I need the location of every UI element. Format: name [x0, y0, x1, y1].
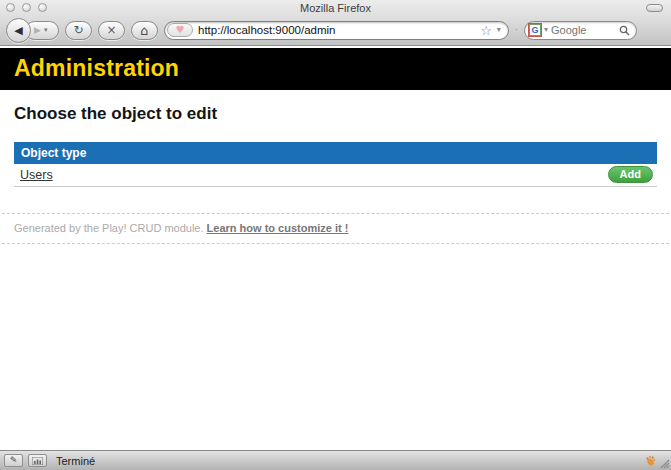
status-text: Terminé: [56, 455, 95, 467]
home-icon: ⌂: [140, 24, 148, 37]
toolbar-toggle-pill-button[interactable]: [646, 4, 663, 12]
addon-pencil-button[interactable]: ✎: [4, 454, 23, 467]
browser-window: Mozilla Firefox ◀ ▶ ▾ ↻ × ⌂ ♥: [0, 0, 671, 470]
footer-text: Generated by the Play! CRUD module.: [14, 222, 207, 234]
page-title: Administration: [14, 55, 179, 81]
navigation-toolbar: ◀ ▶ ▾ ↻ × ⌂ ♥ ☆ ▾ · G ▾: [0, 15, 671, 45]
stop-icon: ×: [106, 24, 116, 36]
search-icon[interactable]: [619, 25, 630, 36]
table-row: Users Add: [14, 164, 657, 187]
forward-icon: ▶: [34, 26, 41, 35]
window-titlebar[interactable]: Mozilla Firefox: [0, 0, 671, 15]
search-box[interactable]: G ▾: [524, 21, 637, 40]
page-heading: Choose the object to edit: [14, 104, 657, 124]
url-input[interactable]: [198, 24, 475, 36]
pencil-icon: ✎: [10, 456, 18, 465]
site-favicon-capsule[interactable]: ♥: [167, 23, 193, 37]
window-title: Mozilla Firefox: [0, 2, 671, 14]
table-header: Object type: [14, 142, 657, 164]
bookmark-star-icon[interactable]: ☆: [480, 24, 492, 37]
reload-icon: ↻: [73, 24, 83, 36]
back-button[interactable]: ◀: [6, 18, 31, 43]
resize-grip[interactable]: [656, 455, 670, 469]
browser-chrome: Mozilla Firefox ◀ ▶ ▾ ↻ × ⌂ ♥: [0, 0, 671, 46]
object-type-table: Object type Users Add: [14, 142, 657, 187]
back-forward-group: ◀ ▶ ▾: [6, 18, 59, 43]
url-bar[interactable]: ♥ ☆ ▾: [164, 21, 509, 40]
history-dropdown-icon[interactable]: ▾: [44, 27, 48, 34]
add-button[interactable]: Add: [608, 166, 653, 183]
toolbar-separator-dot: ·: [515, 25, 518, 35]
url-dropdown-icon[interactable]: ▾: [497, 26, 501, 34]
addon-chart-button[interactable]: [28, 454, 47, 467]
reload-button[interactable]: ↻: [65, 21, 92, 40]
customize-link[interactable]: Learn how to customize it !: [207, 222, 349, 234]
stop-button[interactable]: ×: [98, 21, 125, 40]
back-icon: ◀: [14, 25, 22, 36]
search-input[interactable]: [551, 24, 616, 36]
chart-icon: [32, 457, 43, 465]
admin-banner: Administration: [0, 48, 671, 90]
home-button[interactable]: ⌂: [131, 21, 158, 40]
users-link[interactable]: Users: [20, 168, 53, 182]
page-footer: Generated by the Play! CRUD module. Lear…: [2, 213, 669, 244]
heart-favicon-icon: ♥: [176, 25, 185, 35]
page-viewport: Administration Choose the object to edit…: [0, 46, 671, 450]
status-bar: ✎ Terminé: [0, 450, 671, 470]
search-engine-dropdown-icon[interactable]: ▾: [544, 26, 548, 34]
google-logo-icon: G: [529, 24, 541, 36]
